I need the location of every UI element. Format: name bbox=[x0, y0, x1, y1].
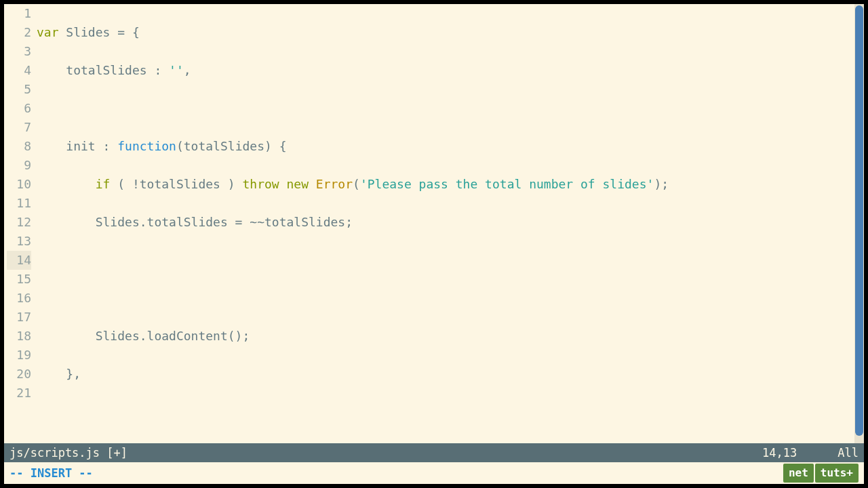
line-number-gutter: 1 2 3 4 5 6 7 8 9 10 11 12 13 14 15 16 1… bbox=[4, 4, 37, 443]
cursor-position: 14,13 bbox=[762, 445, 797, 461]
line-number: 13 bbox=[7, 232, 31, 251]
scroll-position: All bbox=[837, 445, 859, 461]
line-number: 17 bbox=[7, 308, 31, 327]
line-number: 1 bbox=[7, 4, 31, 23]
code-area[interactable]: 1 2 3 4 5 6 7 8 9 10 11 12 13 14 15 16 1… bbox=[4, 4, 864, 443]
line-number: 4 bbox=[7, 61, 31, 80]
line-number: 11 bbox=[7, 194, 31, 213]
line-number: 10 bbox=[7, 175, 31, 194]
editor-window: 1 2 3 4 5 6 7 8 9 10 11 12 13 14 15 16 1… bbox=[4, 4, 864, 484]
logo-part-tuts: tuts+ bbox=[815, 464, 859, 483]
line-number: 19 bbox=[7, 346, 31, 365]
line-number: 7 bbox=[7, 118, 31, 137]
line-number: 21 bbox=[7, 384, 31, 403]
line-number: 3 bbox=[7, 42, 31, 61]
filename-label: js/scripts.js [+] bbox=[9, 445, 127, 461]
line-number: 5 bbox=[7, 80, 31, 99]
line-number: 12 bbox=[7, 213, 31, 232]
line-number: 18 bbox=[7, 327, 31, 346]
scrollbar-thumb[interactable] bbox=[855, 5, 863, 436]
line-number: 2 bbox=[7, 23, 31, 42]
line-number: 9 bbox=[7, 156, 31, 175]
line-number: 15 bbox=[7, 270, 31, 289]
logo-part-net: net bbox=[783, 464, 814, 483]
line-number-current: 14 bbox=[7, 251, 31, 270]
line-number: 20 bbox=[7, 365, 31, 384]
status-bar: js/scripts.js [+] 14,13 All bbox=[4, 443, 864, 462]
mode-line: -- INSERT -- net tuts+ bbox=[4, 462, 864, 484]
nettuts-logo: net tuts+ bbox=[783, 464, 859, 483]
line-number: 8 bbox=[7, 137, 31, 156]
line-number: 16 bbox=[7, 289, 31, 308]
vertical-scrollbar[interactable] bbox=[854, 4, 864, 443]
line-number: 6 bbox=[7, 99, 31, 118]
editor-mode: -- INSERT -- bbox=[9, 465, 93, 481]
code-content[interactable]: var Slides = { totalSlides : '', init : … bbox=[37, 4, 864, 443]
